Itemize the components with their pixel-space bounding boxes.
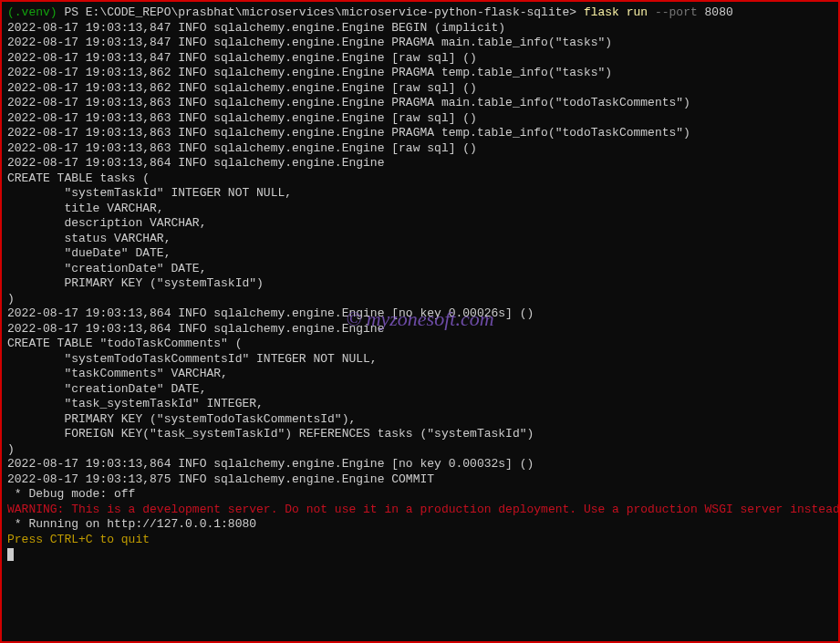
command-flag: --port bbox=[648, 5, 698, 19]
log-line: 2022-08-17 19:03:13,847 INFO sqlalchemy.… bbox=[7, 21, 833, 36]
log-line: "systemTodoTaskCommentsId" INTEGER NOT N… bbox=[7, 352, 833, 368]
log-line: 2022-08-17 19:03:13,847 INFO sqlalchemy.… bbox=[7, 36, 833, 51]
cursor bbox=[7, 548, 14, 561]
log-line: CREATE TABLE tasks ( bbox=[7, 171, 833, 187]
log-line: PRIMARY KEY ("systemTodoTaskCommentsId")… bbox=[7, 412, 833, 428]
log-line: "creationDate" DATE, bbox=[7, 262, 833, 277]
log-line: status VARCHAR, bbox=[7, 232, 833, 247]
cursor-line[interactable] bbox=[7, 547, 833, 563]
log-line: 2022-08-17 19:03:13,862 INFO sqlalchemy.… bbox=[7, 66, 833, 81]
log-line: 2022-08-17 19:03:13,862 INFO sqlalchemy.… bbox=[7, 81, 833, 97]
log-line: ) bbox=[7, 292, 833, 307]
log-line: PRIMARY KEY ("systemTaskId") bbox=[7, 276, 833, 292]
log-line: FOREIGN KEY("task_systemTaskId") REFEREN… bbox=[7, 427, 833, 442]
log-line: Press CTRL+C to quit bbox=[7, 533, 833, 548]
log-line: * Running on http://127.0.0.1:8080 bbox=[7, 517, 833, 533]
log-line: "task_systemTaskId" INTEGER, bbox=[7, 397, 833, 412]
terminal-output[interactable]: (.venv) PS E:\CODE_REPO\prasbhat\microse… bbox=[7, 5, 833, 563]
log-line: 2022-08-17 19:03:13,864 INFO sqlalchemy.… bbox=[7, 322, 833, 337]
log-line: 2022-08-17 19:03:13,864 INFO sqlalchemy.… bbox=[7, 457, 833, 472]
log-line: "taskComments" VARCHAR, bbox=[7, 367, 833, 382]
log-line: description VARCHAR, bbox=[7, 216, 833, 232]
venv-indicator: (.venv) bbox=[7, 5, 57, 19]
log-line: "creationDate" DATE, bbox=[7, 382, 833, 398]
log-line: "systemTaskId" INTEGER NOT NULL, bbox=[7, 186, 833, 202]
log-line: title VARCHAR, bbox=[7, 202, 833, 217]
log-line: 2022-08-17 19:03:13,863 INFO sqlalchemy.… bbox=[7, 96, 833, 111]
command-arg: 8080 bbox=[698, 5, 733, 19]
command: flask run bbox=[584, 5, 648, 19]
log-line: * Debug mode: off bbox=[7, 487, 833, 503]
log-line: 2022-08-17 19:03:13,864 INFO sqlalchemy.… bbox=[7, 156, 833, 171]
log-line: 2022-08-17 19:03:13,863 INFO sqlalchemy.… bbox=[7, 111, 833, 127]
prompt-line: (.venv) PS E:\CODE_REPO\prasbhat\microse… bbox=[7, 5, 833, 21]
log-line: ) bbox=[7, 442, 833, 458]
log-line: WARNING: This is a development server. D… bbox=[7, 503, 833, 518]
log-output: 2022-08-17 19:03:13,847 INFO sqlalchemy.… bbox=[7, 21, 833, 548]
log-line: 2022-08-17 19:03:13,863 INFO sqlalchemy.… bbox=[7, 126, 833, 141]
log-line: CREATE TABLE "todoTaskComments" ( bbox=[7, 337, 833, 352]
log-line: "dueDate" DATE, bbox=[7, 246, 833, 262]
log-line: 2022-08-17 19:03:13,863 INFO sqlalchemy.… bbox=[7, 141, 833, 157]
log-line: 2022-08-17 19:03:13,847 INFO sqlalchemy.… bbox=[7, 51, 833, 67]
ps-prompt: PS E:\CODE_REPO\prasbhat\microservices\m… bbox=[57, 5, 584, 19]
log-line: 2022-08-17 19:03:13,864 INFO sqlalchemy.… bbox=[7, 306, 833, 322]
log-line: 2022-08-17 19:03:13,875 INFO sqlalchemy.… bbox=[7, 472, 833, 488]
